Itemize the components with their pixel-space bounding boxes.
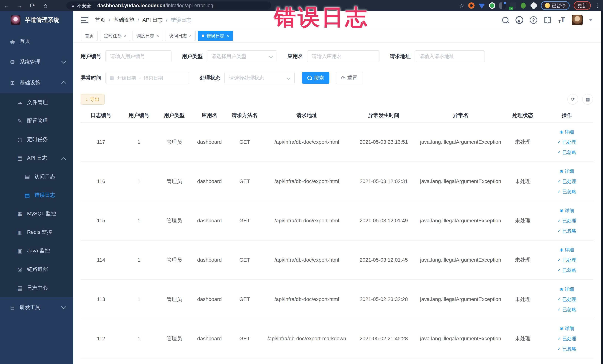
extension-icon-6[interactable] — [520, 2, 526, 9]
url-domain[interactable]: dashboard.yudao.iocoder.cn — [97, 3, 165, 9]
collapse-sidebar-icon[interactable] — [81, 17, 88, 23]
sidebar-item-scheduled-tasks[interactable]: ◷ 定时任务 — [0, 130, 73, 149]
app-logo[interactable]: 芋道管理系统 — [0, 11, 73, 29]
tab-home[interactable]: 首页 — [81, 31, 98, 41]
mark-ignored-link[interactable]: ✓ 已忽略 — [557, 228, 576, 234]
mark-ignored-link[interactable]: ✓ 已忽略 — [557, 188, 576, 195]
extension-icon-3[interactable] — [489, 2, 495, 9]
app-name-input[interactable] — [307, 50, 380, 62]
bookmark-star-icon[interactable]: ☆ — [459, 2, 464, 9]
user-type-select[interactable]: 请选择用户类型 — [207, 50, 277, 62]
github-icon[interactable] — [515, 16, 523, 24]
method-cell: GET — [227, 139, 262, 145]
export-button[interactable]: ↓ 导出 — [81, 94, 104, 105]
mark-processed-link[interactable]: ✓ 已处理 — [557, 336, 576, 342]
table-row: 112 1 管理员 dashboard GET /api/infra/db-do… — [81, 319, 593, 358]
mysql-icon: ▦ — [16, 211, 24, 217]
mark-ignored-link[interactable]: ✓ 已忽略 — [557, 306, 576, 313]
extension-icon-5[interactable]: on — [510, 2, 516, 9]
mark-processed-link[interactable]: ✓ 已处理 — [557, 296, 576, 303]
check-icon: ✓ — [557, 297, 561, 302]
close-icon[interactable]: × — [189, 33, 192, 38]
sidebar-item-system-management[interactable]: ⚙ 系统管理 — [0, 52, 73, 72]
app-name-cell: dashboard — [192, 296, 227, 302]
column-settings-button[interactable]: ▦ — [582, 94, 593, 105]
breadcrumb-api-logs[interactable]: API 日志 — [142, 16, 163, 23]
detail-link[interactable]: ◉ 详细 — [560, 247, 574, 253]
table-row: 113 1 管理员 dashboard GET /api/infra/db-do… — [81, 280, 593, 319]
sidebar-item-error-log[interactable]: ▤ 错误日志 — [0, 186, 73, 204]
avatar-caret-icon[interactable] — [589, 19, 593, 21]
sidebar-item-file-management[interactable]: ☁ 文件管理 — [0, 93, 73, 112]
sidebar-item-config-management[interactable]: ✎ 配置管理 — [0, 112, 73, 130]
browser-menu-icon[interactable]: ⋮ — [595, 2, 600, 9]
log-icon: ▤ — [23, 173, 32, 180]
close-icon[interactable]: × — [227, 33, 229, 38]
breadcrumb-home[interactable]: 首页 — [95, 16, 105, 23]
user-id-input[interactable] — [105, 50, 172, 62]
detail-link[interactable]: ◉ 详细 — [560, 129, 574, 135]
sidebar-item-trace[interactable]: ◎ 链路追踪 — [0, 260, 73, 279]
mark-processed-link[interactable]: ✓ 已处理 — [557, 178, 576, 185]
tab-scheduled-tasks[interactable]: 定时任务 × — [100, 31, 130, 41]
main-content: 用户编号 用户类型 请选择用户类型 应用名 请求地址 异常时间 ▦ 开始日期 -… — [73, 43, 601, 364]
detail-link[interactable]: ◉ 详细 — [560, 168, 574, 174]
sidebar-item-redis-monitor[interactable]: ▥ Redis 监控 — [0, 223, 73, 241]
url-path[interactable]: /infra/log/api-error-log — [165, 3, 213, 9]
sidebar-item-dev-tools[interactable]: ⊟ 研发工具 — [0, 297, 73, 318]
browser-home-icon[interactable]: ⌂ — [39, 0, 52, 11]
reset-button[interactable]: ⟳ 重置 — [336, 72, 363, 84]
close-icon[interactable]: × — [156, 33, 159, 38]
paused-badge[interactable]: 已暂停 — [541, 1, 570, 10]
user-avatar[interactable] — [572, 15, 583, 25]
breadcrumb-infrastructure[interactable]: 基础设施 — [114, 16, 134, 23]
detail-link[interactable]: ◉ 详细 — [560, 286, 574, 292]
sidebar-item-access-log[interactable]: ▤ 访问日志 — [0, 167, 73, 186]
extension-icon-2[interactable] — [479, 2, 485, 9]
sidebar-item-api-logs[interactable]: ▤ API 日志 — [0, 149, 73, 167]
log-id-cell: 114 — [81, 257, 121, 263]
search-icon[interactable] — [501, 16, 509, 24]
mark-processed-link[interactable]: ✓ 已处理 — [557, 139, 576, 145]
not-secure-label[interactable]: 不安全 — [77, 3, 91, 9]
mark-ignored-link[interactable]: ✓ 已忽略 — [557, 149, 576, 155]
browser-scrollbar[interactable] — [601, 11, 603, 364]
sidebar-item-home[interactable]: ◉ 首页 — [0, 31, 73, 52]
cloud-icon: ☁ — [16, 99, 24, 106]
header-actions: ? TT — [501, 11, 593, 29]
browser-forward-icon[interactable]: → — [13, 0, 26, 11]
sidebar-item-log-center[interactable]: ▤ 日志中心 — [0, 279, 73, 297]
process-status-select[interactable]: 请选择处理状态 — [224, 72, 295, 84]
exception-time-range-picker[interactable]: ▦ 开始日期 - 结束日期 — [105, 72, 189, 84]
search-button[interactable]: 搜索 — [302, 72, 329, 84]
user-id-cell: 1 — [121, 296, 157, 302]
start-date-placeholder: 开始日期 — [117, 75, 136, 81]
address-bar[interactable]: ▲ 不安全 dashboard.yudao.iocoder.cn /infra/… — [66, 1, 271, 10]
browser-back-icon[interactable]: ← — [0, 0, 13, 11]
tab-error-log[interactable]: 错误日志 × — [198, 31, 233, 41]
extension-icon-4[interactable] — [499, 2, 506, 9]
extension-icon-1[interactable] — [468, 2, 475, 9]
refresh-button[interactable]: ⟳ — [568, 94, 578, 105]
mark-processed-link[interactable]: ✓ 已处理 — [557, 218, 576, 224]
mark-ignored-link[interactable]: ✓ 已忽略 — [557, 346, 576, 352]
mark-processed-link[interactable]: ✓ 已处理 — [557, 257, 576, 263]
close-icon[interactable]: × — [124, 33, 127, 38]
table-row: 117 1 管理员 dashboard GET /api/infra/db-do… — [81, 123, 593, 162]
tab-access-log[interactable]: 访问日志 × — [165, 31, 196, 41]
fullscreen-icon[interactable] — [544, 16, 551, 24]
sidebar-item-infrastructure[interactable]: ⊞ 基础设施 — [0, 72, 73, 93]
eye-icon: ◉ — [560, 247, 563, 252]
tab-schedule-log[interactable]: 调度日志 × — [133, 31, 163, 41]
help-icon[interactable]: ? — [530, 16, 537, 24]
mark-ignored-link[interactable]: ✓ 已忽略 — [557, 267, 576, 273]
request-url-input[interactable] — [415, 50, 485, 62]
browser-reload-icon[interactable]: ⟳ — [26, 0, 39, 11]
update-button[interactable]: 更新 — [574, 1, 591, 10]
sidebar-item-mysql-monitor[interactable]: ▦ MySQL 监控 — [0, 204, 73, 223]
sidebar-item-java-monitor[interactable]: ▣ Java 监控 — [0, 241, 73, 260]
font-size-icon[interactable]: TT — [558, 16, 566, 24]
detail-link[interactable]: ◉ 详细 — [560, 325, 574, 331]
detail-link[interactable]: ◉ 详细 — [560, 208, 574, 214]
extensions-puzzle-icon[interactable] — [531, 2, 537, 9]
